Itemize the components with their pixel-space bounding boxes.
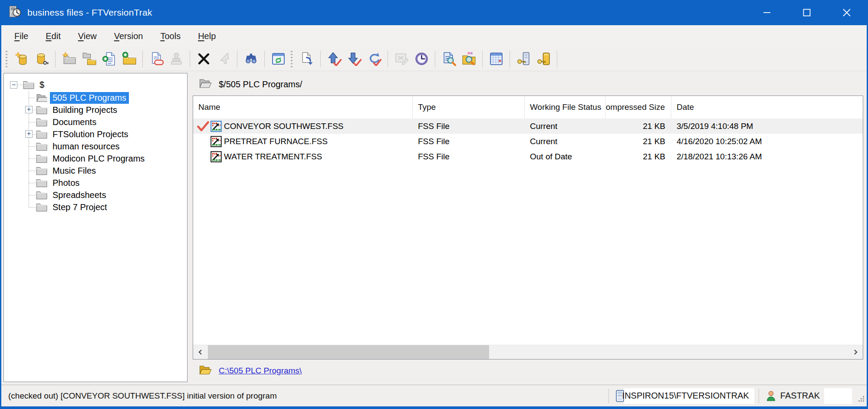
close-button[interactable] xyxy=(827,0,867,25)
scrollbar-track[interactable] xyxy=(208,345,848,359)
menu-view[interactable]: View xyxy=(69,28,105,45)
scroll-right-arrow[interactable] xyxy=(848,345,863,359)
file-name-cell: WATER TREATMENT.FSS xyxy=(193,149,413,164)
tree-item-label: Documents xyxy=(50,116,99,128)
collapse-icon[interactable]: − xyxy=(10,81,17,89)
folder-icon xyxy=(36,142,47,151)
server-key-button[interactable] xyxy=(513,49,533,69)
menu-version[interactable]: Version xyxy=(105,28,152,45)
tree-item-label: 505 PLC Programs xyxy=(50,92,129,104)
tree-item-building-projects[interactable]: +Building Projects xyxy=(4,104,187,116)
delete-button[interactable] xyxy=(194,49,214,69)
menu-tools[interactable]: Tools xyxy=(151,28,189,45)
tree-item-human-resources[interactable]: human resources xyxy=(4,140,187,152)
database-key-icon xyxy=(536,52,551,66)
folder-icon xyxy=(36,190,47,200)
file-size: 21 KB xyxy=(605,149,671,164)
refresh-window-button[interactable] xyxy=(268,49,288,69)
open-database-button[interactable] xyxy=(32,49,52,69)
file-row[interactable]: PRETREAT FURNACE.FSSFSS FileCurrent21 KB… xyxy=(193,134,863,149)
history-icon xyxy=(414,52,429,66)
tree-item-label: human resources xyxy=(50,141,122,152)
toolbar xyxy=(1,47,867,71)
refresh-window-icon xyxy=(271,52,286,66)
horizontal-scrollbar[interactable] xyxy=(193,345,863,359)
history-button[interactable] xyxy=(411,49,431,69)
scroll-left-arrow[interactable] xyxy=(193,345,208,359)
edit-file-button xyxy=(391,49,411,69)
folder-icon xyxy=(36,154,47,163)
resize-grip[interactable] xyxy=(858,395,865,404)
check-out-button[interactable] xyxy=(324,49,344,69)
file-type: FSS File xyxy=(413,149,525,164)
add-file-button[interactable] xyxy=(99,49,119,69)
open-folder-icon xyxy=(36,93,47,102)
toolbar-separator xyxy=(510,51,510,67)
column-header-type[interactable]: Type xyxy=(413,96,525,119)
expand-icon[interactable]: + xyxy=(25,106,33,113)
transfer-folder-button[interactable] xyxy=(79,49,99,69)
pointer-button xyxy=(214,49,233,69)
calendar-button[interactable] xyxy=(486,49,506,69)
add-folder-button[interactable] xyxy=(119,49,139,69)
file-name-cell: CONVEYOR SOUTHWEST.FSS xyxy=(193,119,413,134)
checked-out-icon xyxy=(196,121,210,132)
minimize-button[interactable] xyxy=(747,0,787,25)
calendar-icon xyxy=(489,52,503,66)
toolbar-separator xyxy=(435,51,435,67)
menu-help[interactable]: Help xyxy=(189,28,224,45)
toolbar-separator xyxy=(142,51,143,67)
new-database-icon xyxy=(15,52,29,66)
label-file-button[interactable] xyxy=(146,49,166,69)
file-row[interactable]: WATER TREATMENT.FSSFSS FileOut of Date21… xyxy=(193,149,863,164)
label-file-icon xyxy=(149,52,164,66)
menu-file[interactable]: File xyxy=(6,28,37,45)
add-file-icon xyxy=(102,52,116,66)
column-header-name[interactable]: Name xyxy=(193,96,413,119)
toolbar-grip[interactable] xyxy=(291,51,293,67)
folder-icon xyxy=(36,178,47,188)
maximize-button[interactable] xyxy=(787,0,827,25)
statusbar: (checked out) [CONVEYOR SOUTHWEST.FSS] i… xyxy=(1,385,867,406)
add-folder-icon xyxy=(122,52,136,66)
new-database-button[interactable] xyxy=(12,49,32,69)
tree-item-documents[interactable]: Documents xyxy=(4,116,187,128)
fss-file-icon xyxy=(210,121,222,132)
tree-item-505-plc-programs[interactable]: 505 PLC Programs xyxy=(4,92,187,104)
menu-edit[interactable]: Edit xyxy=(37,28,69,45)
status-message: (checked out) [CONVEYOR SOUTHWEST.FSS] i… xyxy=(8,391,277,401)
tree-children: 505 PLC Programs+Building ProjectsDocume… xyxy=(4,92,187,213)
find-in-folder-button[interactable] xyxy=(459,49,479,69)
get-file-button[interactable] xyxy=(297,49,317,69)
tree-item-photos[interactable]: Photos xyxy=(4,177,187,189)
tree-root[interactable]: −$ xyxy=(4,78,187,92)
tree-item-ftsolution-projects[interactable]: +FTSolution Projects xyxy=(4,128,187,140)
tree-item-spreadsheets[interactable]: Spreadsheets xyxy=(4,189,187,201)
titlebar: business files - FTVersionTrak xyxy=(1,0,867,25)
stamp-icon xyxy=(169,52,184,66)
database-key-button[interactable] xyxy=(533,49,553,69)
view-file-button[interactable] xyxy=(439,49,459,69)
check-in-button[interactable] xyxy=(344,49,364,69)
working-folder-link[interactable]: C:\505 PLC Programs\ xyxy=(219,366,302,376)
tree-item-modicon-plc-programs[interactable]: Modicon PLC Programs xyxy=(4,152,187,165)
column-header-working-file-status[interactable]: Working File Status xyxy=(525,96,605,119)
undo-check-out-button[interactable] xyxy=(364,49,384,69)
tree-item-step-7-project[interactable]: Step 7 Project xyxy=(4,201,187,213)
pointer-icon xyxy=(217,52,231,66)
column-header-compressed-size[interactable]: Compressed Size xyxy=(605,96,671,119)
find-button[interactable] xyxy=(241,49,261,69)
expand-icon[interactable]: + xyxy=(25,130,33,138)
app-icon xyxy=(8,5,21,20)
column-header-date[interactable]: Date xyxy=(671,96,863,119)
tree-item-music-files[interactable]: Music Files xyxy=(4,165,187,177)
new-folder-icon xyxy=(62,52,76,66)
toolbar-separator xyxy=(55,51,56,67)
new-folder-button[interactable] xyxy=(59,49,79,69)
scrollbar-thumb[interactable] xyxy=(208,345,489,359)
tree-item-label: Modicon PLC Programs xyxy=(50,153,147,165)
toolbar-grip[interactable] xyxy=(6,51,7,67)
file-row[interactable]: CONVEYOR SOUTHWEST.FSSFSS FileCurrent21 … xyxy=(193,119,863,134)
folder-tree-panel: −$505 PLC Programs+Building ProjectsDocu… xyxy=(3,73,187,382)
table-body: CONVEYOR SOUTHWEST.FSSFSS FileCurrent21 … xyxy=(193,119,863,345)
